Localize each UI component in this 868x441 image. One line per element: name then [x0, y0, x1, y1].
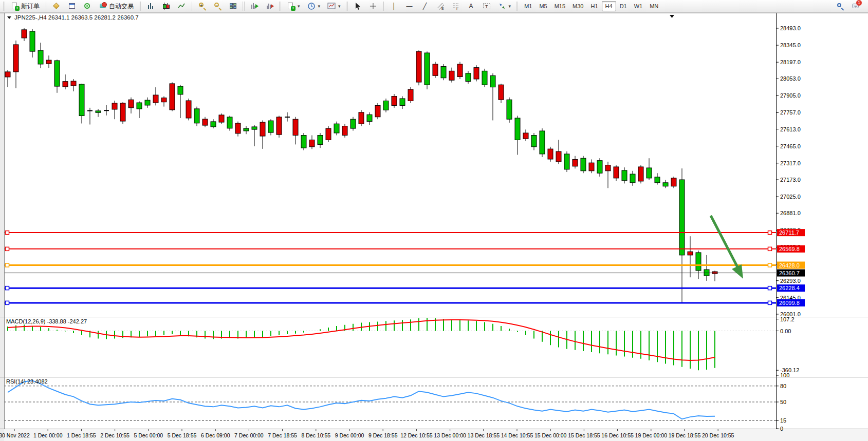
timeframe-d1[interactable]: D1	[616, 1, 631, 11]
candle-body[interactable]	[433, 64, 438, 75]
candle-body[interactable]	[153, 95, 158, 103]
candle-body[interactable]	[268, 121, 273, 132]
candle-body[interactable]	[334, 124, 339, 133]
candle-body[interactable]	[79, 84, 84, 116]
candle-body[interactable]	[712, 272, 717, 274]
line-handle[interactable]	[6, 286, 9, 290]
candle-body[interactable]	[540, 131, 545, 154]
channel-button[interactable]: E	[433, 1, 448, 12]
candle-body[interactable]	[202, 119, 208, 125]
candle-body[interactable]	[120, 103, 125, 121]
candle-body[interactable]	[161, 98, 167, 102]
bar-chart-button[interactable]	[143, 1, 158, 12]
candle-body[interactable]	[318, 136, 323, 145]
timeframe-h4[interactable]: H4	[602, 1, 616, 11]
line-handle[interactable]	[768, 286, 772, 290]
notifications-button[interactable]: 1	[848, 1, 863, 12]
zoom-out-button[interactable]: −	[211, 1, 225, 12]
tile-windows-button[interactable]	[226, 1, 241, 12]
candle-body[interactable]	[96, 111, 101, 112]
new-chart-button[interactable]: +▾	[284, 1, 303, 12]
candle-body[interactable]	[252, 127, 257, 129]
candle-body[interactable]	[457, 64, 463, 77]
candle-body[interactable]	[22, 30, 27, 38]
candle-body[interactable]	[581, 158, 586, 171]
timeframe-w1[interactable]: W1	[631, 1, 647, 11]
candle-body[interactable]	[597, 161, 602, 174]
timeframe-mn[interactable]: MN	[646, 1, 662, 11]
candle-body[interactable]	[531, 136, 537, 147]
candle-body[interactable]	[383, 101, 389, 110]
line-handle[interactable]	[768, 301, 772, 304]
candle-body[interactable]	[498, 85, 504, 100]
candle-body[interactable]	[54, 61, 60, 86]
candle-body[interactable]	[301, 136, 306, 148]
candle-body[interactable]	[688, 252, 693, 255]
candle-body[interactable]	[663, 183, 668, 186]
candle-body[interactable]	[367, 114, 372, 121]
candle-body[interactable]	[128, 100, 134, 108]
candle-body[interactable]	[392, 97, 397, 106]
candle-body[interactable]	[655, 177, 660, 183]
candle-body[interactable]	[309, 140, 315, 146]
line-handle[interactable]	[768, 263, 772, 267]
line-handle[interactable]	[768, 231, 772, 235]
candle-body[interactable]	[5, 72, 10, 77]
candle-body[interactable]	[614, 167, 619, 178]
chart-canvas[interactable]: 28493.028345.028197.028053.027905.027757…	[0, 13, 868, 441]
candle-body[interactable]	[424, 53, 430, 85]
candle-body[interactable]	[211, 122, 216, 127]
candle-body[interactable]	[137, 103, 142, 109]
candle-body[interactable]	[276, 117, 282, 135]
candle-body[interactable]	[548, 149, 553, 159]
candle-body[interactable]	[523, 133, 528, 139]
candle-body[interactable]	[416, 51, 421, 82]
candle-body[interactable]	[342, 126, 347, 136]
line-handle[interactable]	[6, 247, 9, 251]
candle-body[interactable]	[572, 159, 578, 166]
timeframe-m30[interactable]: M30	[569, 1, 587, 11]
candle-body[interactable]	[515, 118, 520, 140]
candle-body[interactable]	[178, 86, 183, 94]
candle-body[interactable]	[605, 165, 611, 171]
candle-body[interactable]	[235, 123, 241, 133]
timeframe-m5[interactable]: M5	[535, 1, 550, 11]
signals-button[interactable]	[80, 1, 95, 12]
candle-body[interactable]	[244, 128, 249, 131]
candle-body[interactable]	[679, 180, 685, 255]
candle-body[interactable]	[170, 84, 175, 110]
text-label-button[interactable]: T	[479, 1, 494, 12]
arrows-tool-button[interactable]: ▾	[495, 1, 514, 12]
timeframe-h1[interactable]: H1	[587, 1, 602, 11]
templates-button[interactable]: ▾	[324, 1, 344, 12]
candle-body[interactable]	[630, 174, 635, 183]
candle-body[interactable]	[622, 170, 627, 181]
candle-body[interactable]	[408, 89, 413, 101]
candle-body[interactable]	[260, 122, 265, 136]
candle-body[interactable]	[145, 100, 150, 105]
search-button[interactable]	[833, 1, 847, 12]
candle-body[interactable]	[186, 101, 191, 118]
autotrading-button[interactable]: 自动交易	[96, 1, 137, 12]
trendline-button[interactable]: ╱	[418, 1, 432, 12]
candle-body[interactable]	[400, 99, 405, 105]
candle-body[interactable]	[46, 60, 51, 64]
candle-body[interactable]	[30, 31, 35, 51]
timeframe-m1[interactable]: M1	[521, 1, 535, 11]
profiles-button[interactable]	[49, 1, 64, 12]
periods-button[interactable]: ▾	[304, 1, 324, 12]
new-order-button[interactable]: + 新订单	[8, 1, 43, 12]
candle-body[interactable]	[507, 100, 512, 119]
toolbar-grip[interactable]	[3, 2, 6, 11]
vertical-line-button[interactable]: │	[387, 1, 401, 12]
candle-body[interactable]	[589, 163, 594, 171]
candle-body[interactable]	[564, 154, 569, 169]
candle-body[interactable]	[227, 117, 232, 128]
auto-scroll-button[interactable]	[263, 1, 277, 12]
candle-body[interactable]	[474, 68, 479, 79]
line-handle[interactable]	[6, 231, 9, 235]
line-handle[interactable]	[768, 247, 772, 251]
candle-body[interactable]	[326, 128, 331, 140]
candle-body[interactable]	[466, 73, 471, 82]
candle-body[interactable]	[449, 71, 454, 80]
